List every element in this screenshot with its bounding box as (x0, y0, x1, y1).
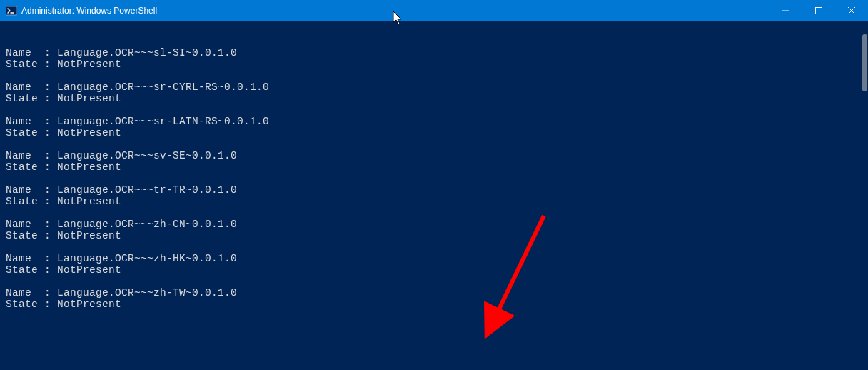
powershell-icon (6, 5, 17, 16)
titlebar[interactable]: Administrator: Windows PowerShell (0, 0, 868, 21)
entry-state-line: State : NotPresent (6, 299, 862, 310)
capability-entry: Name : Language.OCR~~~sl-SI~0.0.1.0State… (6, 47, 862, 70)
svg-rect-3 (816, 8, 822, 14)
blank-line (6, 344, 862, 356)
entry-name-line: Name : Language.OCR~~~tr-TR~0.0.1.0 (6, 184, 862, 196)
close-button[interactable] (835, 0, 868, 21)
entry-name-line: Name : Language.OCR~~~sr-CYRL-RS~0.0.1.0 (6, 81, 862, 93)
entry-name-line: Name : Language.OCR~~~zh-HK~0.0.1.0 (6, 253, 862, 264)
entry-state-line: State : NotPresent (6, 59, 862, 70)
window-controls (769, 0, 868, 21)
maximize-button[interactable] (802, 0, 835, 21)
scrollbar-thumb[interactable] (862, 34, 867, 91)
svg-rect-0 (6, 6, 17, 15)
entry-state-line: State : NotPresent (6, 264, 862, 276)
entry-state-line: State : NotPresent (6, 196, 862, 207)
entry-name-line: Name : Language.OCR~~~zh-CN~0.0.1.0 (6, 219, 862, 230)
entry-state-line: State : NotPresent (6, 127, 862, 139)
capability-entry: Name : Language.OCR~~~zh-TW~0.0.1.0State… (6, 287, 862, 310)
entry-name-line: Name : Language.OCR~~~sr-LATN-RS~0.0.1.0 (6, 116, 862, 127)
capability-entry: Name : Language.OCR~~~sr-CYRL-RS~0.0.1.0… (6, 81, 862, 104)
capability-entry: Name : Language.OCR~~~sr-LATN-RS~0.0.1.0… (6, 116, 862, 139)
minimize-button[interactable] (769, 0, 802, 21)
scrollbar[interactable] (861, 21, 868, 370)
capability-entry: Name : Language.OCR~~~zh-CN~0.0.1.0State… (6, 219, 862, 241)
capability-entry: Name : Language.OCR~~~zh-HK~0.0.1.0State… (6, 253, 862, 276)
capability-entry: Name : Language.OCR~~~tr-TR~0.0.1.0State… (6, 184, 862, 207)
entry-state-line: State : NotPresent (6, 230, 862, 241)
entry-state-line: State : NotPresent (6, 161, 862, 173)
window-title: Administrator: Windows PowerShell (21, 6, 157, 16)
entry-state-line: State : NotPresent (6, 93, 862, 104)
entry-name-line: Name : Language.OCR~~~sl-SI~0.0.1.0 (6, 47, 862, 59)
entry-name-line: Name : Language.OCR~~~zh-TW~0.0.1.0 (6, 287, 862, 299)
terminal-output[interactable]: Name : Language.OCR~~~sl-SI~0.0.1.0State… (0, 21, 868, 370)
entry-name-line: Name : Language.OCR~~~sv-SE~0.0.1.0 (6, 150, 862, 161)
capability-entry: Name : Language.OCR~~~sv-SE~0.0.1.0State… (6, 150, 862, 173)
